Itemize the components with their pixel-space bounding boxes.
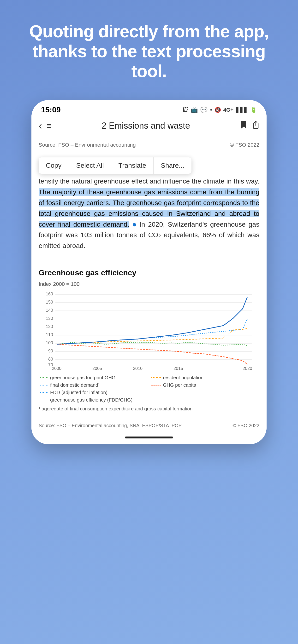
back-button[interactable]: ‹ — [39, 120, 42, 132]
page-title: 2 Emissions and waste — [56, 121, 235, 131]
photo-icon: 🖼 — [183, 106, 188, 113]
source-bottom-left: Source: FSO – Environmental accounting, … — [39, 423, 182, 428]
source-bottom-right: © FSO 2022 — [233, 423, 259, 428]
context-menu-item-select-all[interactable]: Select All — [69, 158, 111, 174]
source-text-left: Source: FSO – Environmental accounting — [39, 142, 136, 148]
source-line-top: Source: FSO – Environmental accounting ©… — [32, 140, 266, 150]
chart-footnote: ¹ aggregate of final consumption expendi… — [39, 406, 259, 412]
legend-line-dotted-green — [39, 377, 48, 378]
network-label: 4G+ — [223, 107, 233, 113]
article-text: tensify the natural greenhouse effect an… — [32, 176, 266, 256]
svg-text:80: 80 — [48, 357, 53, 362]
battery-icon: 🔋 — [250, 107, 257, 113]
content-area: Source: FSO – Environmental accounting ©… — [32, 135, 266, 444]
svg-text:2000: 2000 — [52, 366, 61, 371]
chart-subtitle: Index 2000 = 100 — [39, 281, 259, 287]
context-menu-item-translate[interactable]: Translate — [111, 158, 154, 174]
phone-frame: 15:09 🖼 📺 💬 • 🔇 4G+ ▋▋▋ 🔋 ‹ ≡ 2 Emission… — [32, 100, 266, 444]
legend-item-ghg-footprint: greenhouse gas footprint GHG — [39, 375, 146, 380]
svg-text:110: 110 — [46, 332, 53, 337]
legend-item-fdd-adjusted: FDD (adjusted for inflation) — [39, 390, 146, 395]
legend-label-resident-pop: resident population — [163, 375, 203, 380]
legend-item-resident-pop: resident population — [152, 375, 259, 380]
bookmark-button[interactable] — [240, 120, 247, 131]
svg-text:2015: 2015 — [174, 366, 183, 371]
context-menu: Copy Select All Translate Share... — [39, 158, 192, 174]
signal-icon: ▋▋▋ — [236, 107, 248, 113]
selection-handle-end — [133, 223, 136, 226]
svg-text:160: 160 — [46, 292, 53, 296]
legend-line-dotted-blue — [39, 385, 48, 386]
chart-legend: greenhouse gas footprint GHG resident po… — [39, 375, 259, 403]
legend-line-solid-blue — [39, 400, 48, 400]
status-time: 15:09 — [41, 106, 61, 114]
legend-label-ghg-capita: GHG per capita — [163, 382, 196, 388]
svg-text:90: 90 — [48, 348, 53, 354]
legend-line-dotted-orange — [152, 377, 161, 378]
chart-title: Greenhouse gas efficiency — [39, 268, 259, 277]
status-icons: 🖼 📺 💬 • 🔇 4G+ ▋▋▋ 🔋 — [183, 106, 257, 113]
app-bar: ‹ ≡ 2 Emissions and waste — [32, 117, 266, 135]
source-line-bottom: Source: FSO – Environmental accounting, … — [32, 419, 266, 432]
svg-text:150: 150 — [46, 300, 53, 304]
legend-label-final-demand: final domestic demand¹ — [50, 382, 100, 388]
home-indicator-bar — [125, 436, 173, 438]
legend-line-dashed-orange — [152, 385, 161, 386]
legend-line-dotted-blue-2 — [39, 392, 48, 393]
context-menu-wrapper: Copy Select All Translate Share... — [32, 150, 266, 176]
context-menu-item-share[interactable]: Share... — [154, 158, 192, 174]
context-menu-item-copy[interactable]: Copy — [39, 158, 69, 174]
chart-container: 160 150 140 130 120 110 100 90 80 70 200… — [39, 290, 259, 371]
svg-text:2010: 2010 — [133, 366, 142, 371]
mute-icon: 🔇 — [215, 107, 221, 113]
message-icon: 💬 — [200, 106, 208, 113]
status-bar: 15:09 🖼 📺 💬 • 🔇 4G+ ▋▋▋ 🔋 — [32, 100, 266, 117]
share-button[interactable] — [252, 120, 259, 131]
legend-label-efficiency: greenhouse gas efficiency (FDD/GHG) — [50, 397, 132, 403]
source-text-right: © FSO 2022 — [230, 142, 259, 148]
cast-icon: 📺 — [191, 106, 198, 113]
svg-text:130: 130 — [46, 316, 53, 321]
hero-title: Quoting directly from the app, thanks to… — [0, 0, 298, 95]
svg-text:100: 100 — [46, 340, 53, 345]
legend-label-ghg-footprint: greenhouse gas footprint GHG — [50, 375, 115, 380]
legend-item-ghg-capita: GHG per capita — [152, 382, 259, 388]
legend-item-final-demand: final domestic demand¹ — [39, 382, 146, 388]
legend-item-efficiency: greenhouse gas efficiency (FDD/GHG) — [39, 397, 259, 403]
legend-label-fdd-adjusted: FDD (adjusted for inflation) — [50, 390, 107, 395]
dot-indicator: • — [210, 106, 212, 113]
svg-text:120: 120 — [46, 324, 53, 329]
chart-svg: 160 150 140 130 120 110 100 90 80 70 200… — [39, 290, 259, 371]
svg-text:2005: 2005 — [92, 366, 102, 371]
text-before-selection: tensify the natural greenhouse effect an… — [39, 178, 259, 185]
chart-section: Greenhouse gas efficiency Index 2000 = 1… — [32, 261, 266, 416]
home-indicator-area — [32, 432, 266, 444]
menu-button[interactable]: ≡ — [47, 121, 52, 130]
svg-text:2020: 2020 — [243, 366, 252, 371]
svg-text:140: 140 — [46, 308, 53, 313]
